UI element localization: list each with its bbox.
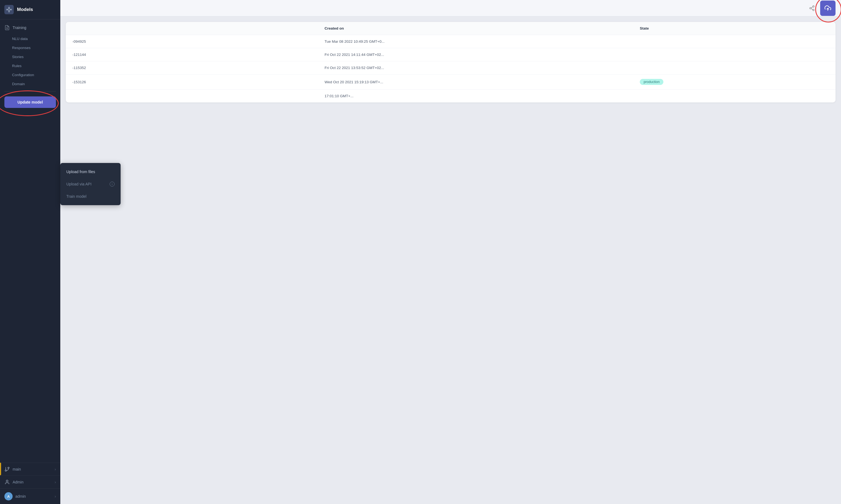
cell-created-4: Wed Oct 20 2021 15:19:13 GMT+... xyxy=(325,80,640,84)
dropdown-item-upload-files[interactable]: Upload from files xyxy=(60,166,121,178)
cell-created-2: Fri Oct 22 2021 14:11:44 GMT+02... xyxy=(325,53,640,57)
table-header: Created on State xyxy=(66,22,836,35)
svg-point-15 xyxy=(813,5,814,7)
cell-id-3: -115352 xyxy=(72,66,325,70)
admin-nav-label: Admin xyxy=(13,480,23,484)
svg-point-13 xyxy=(5,470,6,471)
main-chevron: › xyxy=(55,467,56,471)
gold-indicator xyxy=(0,463,1,475)
training-icon xyxy=(4,25,10,31)
table-row[interactable]: -153126 Wed Oct 20 2021 15:19:13 GMT+...… xyxy=(66,74,836,90)
svg-point-1 xyxy=(8,7,10,8)
col-header-state: State xyxy=(640,26,829,31)
dropdown-item-upload-api[interactable]: Upload via API i xyxy=(60,178,121,191)
sidebar-item-rules[interactable]: Rules xyxy=(0,61,60,70)
sidebar-item-domain[interactable]: Domain xyxy=(0,79,60,89)
admin-chevron: › xyxy=(55,480,56,484)
svg-line-19 xyxy=(811,6,813,8)
main-label: main xyxy=(13,467,21,471)
sidebar: Models Training NLU data Responses Stori… xyxy=(0,0,60,504)
svg-point-12 xyxy=(8,467,9,469)
upload-api-label: Upload via API xyxy=(66,182,91,186)
branch-icon xyxy=(4,467,10,472)
cell-created-1: Tue Mar 08 2022 10:49:25 GMT+0... xyxy=(325,39,640,43)
svg-point-17 xyxy=(813,9,814,11)
upload-button[interactable] xyxy=(820,1,836,16)
sidebar-bottom: main › Admin › A admin › xyxy=(0,463,60,504)
sidebar-item-user-admin[interactable]: A admin › xyxy=(0,488,60,504)
user-chevron: › xyxy=(55,494,56,499)
topbar xyxy=(60,0,841,16)
cell-state-4: production xyxy=(640,79,829,85)
table-row[interactable]: 17:01:10 GMT+... xyxy=(66,90,836,103)
share-icon xyxy=(809,5,815,11)
share-button[interactable] xyxy=(807,3,817,13)
sidebar-item-responses[interactable]: Responses xyxy=(0,43,60,52)
main-item-wrapper: main › xyxy=(0,463,60,475)
avatar: A xyxy=(4,492,13,501)
main-content: Created on State -094925 Tue Mar 08 2022… xyxy=(60,0,841,504)
train-model-label: Train model xyxy=(66,194,86,199)
info-icon[interactable]: i xyxy=(110,182,115,186)
table-row[interactable]: -121144 Fri Oct 22 2021 14:11:44 GMT+02.… xyxy=(66,48,836,61)
col-header-created: Created on xyxy=(325,26,640,31)
update-model-button[interactable]: Update model xyxy=(4,96,56,108)
svg-point-3 xyxy=(6,9,8,10)
cell-id-2: -121144 xyxy=(72,53,325,57)
sidebar-section-training: Training NLU data Responses Stories Rule… xyxy=(0,19,60,114)
svg-line-18 xyxy=(811,8,813,10)
sidebar-title: Models xyxy=(17,7,33,12)
dropdown-menu: Upload from files Upload via API i Train… xyxy=(60,163,121,205)
sidebar-item-stories[interactable]: Stories xyxy=(0,52,60,61)
models-table: Created on State -094925 Tue Mar 08 2022… xyxy=(66,22,836,103)
cell-created-3: Fri Oct 22 2021 13:53:52 GMT+02... xyxy=(325,66,640,70)
cell-id-1: -094925 xyxy=(72,39,325,43)
sidebar-item-training[interactable]: Training xyxy=(0,22,60,33)
sidebar-item-configuration[interactable]: Configuration xyxy=(0,70,60,79)
sidebar-header: Models xyxy=(0,0,60,19)
sidebar-subsection: NLU data Responses Stories Rules Configu… xyxy=(0,33,60,90)
training-label: Training xyxy=(13,25,26,30)
sidebar-item-nlu-data[interactable]: NLU data xyxy=(0,34,60,43)
sidebar-item-main[interactable]: main › xyxy=(0,463,60,475)
svg-point-16 xyxy=(810,7,811,9)
col-header-id xyxy=(72,26,325,31)
svg-point-0 xyxy=(8,8,10,11)
user-label: admin xyxy=(15,494,26,499)
svg-point-4 xyxy=(11,9,12,10)
svg-point-14 xyxy=(6,480,8,482)
upload-icon xyxy=(825,5,831,12)
table-row[interactable]: -115352 Fri Oct 22 2021 13:53:52 GMT+02.… xyxy=(66,61,836,74)
admin-icon xyxy=(4,479,10,485)
sidebar-item-admin[interactable]: Admin › xyxy=(0,475,60,488)
cell-id-4: -153126 xyxy=(72,80,325,84)
upload-files-label: Upload from files xyxy=(66,169,95,174)
dropdown-item-train-model[interactable]: Train model xyxy=(60,191,121,202)
cell-created-5: 17:01:10 GMT+... xyxy=(325,94,640,98)
table-row[interactable]: -094925 Tue Mar 08 2022 10:49:25 GMT+0..… xyxy=(66,35,836,48)
table-area: Created on State -094925 Tue Mar 08 2022… xyxy=(60,16,841,504)
production-badge: production xyxy=(640,79,663,85)
svg-point-2 xyxy=(8,11,10,12)
models-logo xyxy=(4,5,14,14)
